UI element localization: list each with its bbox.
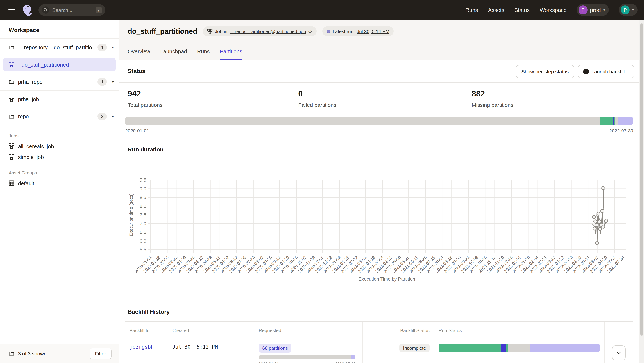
job-origin-link[interactable]: __reposi...artitioned@partitioned_job — [230, 28, 306, 34]
segment-green — [506, 344, 508, 352]
job-icon — [208, 28, 213, 34]
run-status-dot — [327, 30, 330, 33]
column-header-actions — [605, 322, 633, 339]
chevron-down-icon: ▾ — [603, 8, 605, 12]
search-icon — [42, 6, 49, 14]
column-header-backfill-id: Backfill Id — [125, 322, 168, 339]
data-point-marker — [592, 216, 596, 219]
search-shortcut-key: / — [96, 7, 102, 13]
segment-indigo — [613, 117, 614, 125]
job-count-badge: 1 — [98, 44, 107, 51]
repo-count-summary: 3 of 3 shown — [18, 351, 90, 356]
run-status-bar[interactable] — [438, 344, 600, 352]
stat-total-partitions: 942Total partitions — [119, 83, 292, 117]
sidebar-item-all_cereals_job[interactable]: all_cereals_job — [0, 141, 119, 152]
table-header-row: Backfill IdCreatedRequestedBackfill Stat… — [125, 322, 633, 339]
sidebar-item-prha_repo[interactable]: prha_repo1▾ — [0, 74, 119, 91]
nav-link-assets[interactable]: Assets — [488, 7, 504, 13]
top-nav-links: Runs Assets Status Workspace P prod ▾ P … — [465, 4, 644, 16]
hamburger-menu-icon[interactable] — [8, 8, 16, 12]
backfill-created-at: Jul 30, 5:12 PM — [172, 344, 218, 350]
sidebar-item-label: prha_repo — [18, 79, 98, 85]
job-icon — [9, 96, 14, 102]
tab-partitions[interactable]: Partitions — [220, 48, 242, 60]
run-duration-chart: 9.59.08.58.07.57.06.56.05.52020-01-01202… — [125, 155, 630, 284]
segment-green — [438, 344, 479, 352]
table-row: jozrgsbh Jul 30, 5:12 PM 60 partitions 2… — [125, 339, 633, 363]
sidebar-item-label: prha_job — [18, 96, 114, 102]
sidebar-item-repo[interactable]: repo3▾ — [0, 108, 119, 125]
y-tick-label: 7.5 — [140, 212, 146, 218]
job-origin-tag: Job in __reposi...artitioned@partitioned… — [203, 26, 317, 36]
y-tick-label: 5.5 — [140, 247, 146, 252]
y-tick-label: 9.0 — [140, 186, 146, 192]
data-point-marker — [604, 219, 608, 222]
stat-value: 942 — [128, 89, 292, 98]
segment-lavender — [572, 344, 600, 352]
search-input[interactable]: Search... / — [38, 4, 106, 16]
run-duration-line — [594, 188, 606, 244]
data-point-marker — [598, 220, 601, 223]
data-point-marker — [595, 224, 598, 227]
y-axis-title: Execution time (secs) — [128, 193, 134, 236]
page-header: do_stuff_partitioned Job in __reposi...a… — [119, 20, 639, 60]
y-tick-label: 8.0 — [140, 204, 146, 209]
deployment-switcher[interactable]: P prod ▾ — [577, 4, 609, 16]
y-tick-label: 7.0 — [140, 221, 146, 226]
sidebar-item-label: do_stuff_partitioned — [22, 62, 116, 68]
reload-icon[interactable]: ⟳ — [308, 28, 312, 34]
stat-value: 0 — [298, 89, 466, 98]
segment-gray — [259, 355, 350, 360]
show-per-step-status-button[interactable]: Show per-step status — [516, 65, 574, 78]
run-duration-heading: Run duration — [128, 146, 164, 153]
segment-indigo — [501, 344, 506, 352]
partition-start-date: 2020-01-01 — [125, 128, 149, 134]
partition-status-bar[interactable] — [125, 117, 633, 125]
chevron-down-icon[interactable]: ▾ — [112, 46, 114, 49]
scrollbar-thumb[interactable] — [640, 24, 643, 336]
section-divider — [119, 138, 639, 139]
sidebar-item-do_stuff_partitioned[interactable]: do_stuff_partitioned — [0, 56, 119, 74]
expand-row-button[interactable] — [612, 345, 626, 360]
requested-start-date: 2020-01-01 — [259, 362, 279, 363]
sidebar-section-label: Jobs — [0, 125, 119, 141]
nav-link-runs[interactable]: Runs — [465, 7, 478, 13]
tab-launchpad[interactable]: Launchpad — [160, 48, 187, 60]
job-count-badge: 1 — [98, 78, 107, 86]
data-point-marker — [602, 186, 605, 190]
job-origin-prefix: Job in — [215, 28, 228, 34]
sidebar-item-simple_job[interactable]: simple_job — [0, 152, 119, 162]
user-menu[interactable]: P ▾ — [619, 4, 638, 16]
column-header-created: Created — [168, 322, 254, 339]
nav-link-workspace[interactable]: Workspace — [540, 7, 567, 13]
tab-overview[interactable]: Overview — [128, 48, 150, 60]
segment-lavender — [618, 117, 633, 125]
tab-runs[interactable]: Runs — [197, 48, 210, 60]
sidebar-item-prha_job[interactable]: prha_job — [0, 91, 119, 108]
latest-run-label: Latest run: — [332, 28, 355, 34]
backfill-id-link[interactable]: jozrgsbh — [130, 344, 154, 350]
latest-run-link[interactable]: Jul 30, 5:14 PM — [357, 28, 390, 34]
search-placeholder: Search... — [52, 7, 96, 13]
chevron-down-icon: ▾ — [632, 8, 634, 12]
dagster-logo-icon[interactable] — [21, 4, 34, 16]
launch-backfill-button[interactable]: +Launch backfill... — [578, 65, 634, 78]
chevron-down-icon[interactable]: ▾ — [112, 114, 114, 118]
filter-button[interactable]: Filter — [90, 348, 112, 360]
sidebar-item-default[interactable]: default — [0, 178, 119, 188]
top-nav: Search... / Runs Assets Status Workspace… — [0, 0, 644, 20]
nav-link-status[interactable]: Status — [514, 7, 530, 13]
plus-circle-icon: + — [583, 69, 589, 74]
sidebar-section-label: Asset Groups — [0, 162, 119, 178]
requested-partitions-chip[interactable]: 60 partitions — [259, 344, 292, 352]
sidebar-item-label: repo — [18, 113, 98, 120]
job-icon — [9, 154, 14, 160]
y-tick-label: 8.5 — [140, 195, 146, 200]
data-point-marker — [593, 227, 596, 230]
sidebar-item-__repository__do_stuff_partiti[interactable]: __repository__do_stuff_partitio...1▾ — [0, 39, 119, 56]
folder-icon — [9, 79, 14, 85]
requested-end-date: 2022-07-30 — [335, 362, 356, 363]
segment-gray — [616, 117, 619, 125]
chevron-down-icon[interactable]: ▾ — [112, 80, 114, 84]
vertical-scrollbar[interactable] — [639, 20, 644, 363]
